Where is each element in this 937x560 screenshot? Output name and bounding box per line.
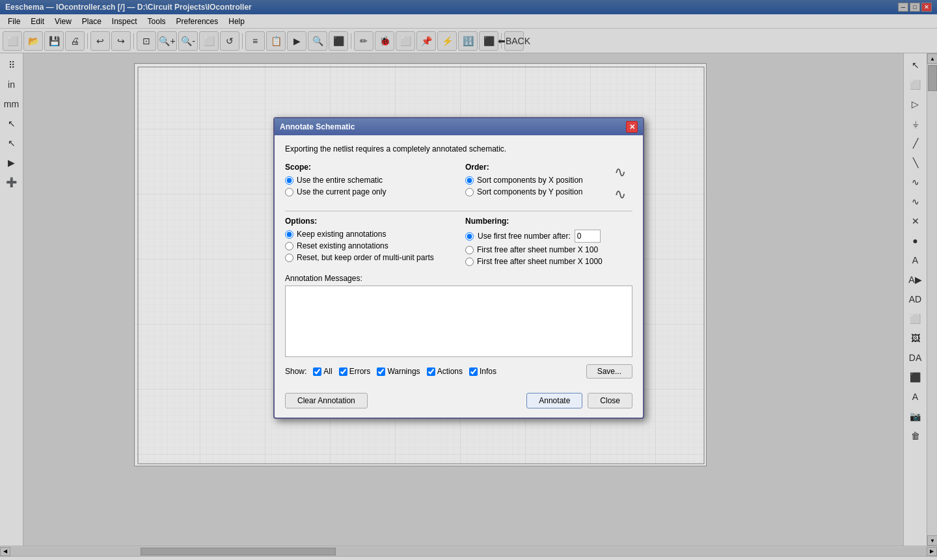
order-x-radio[interactable] — [465, 176, 474, 185]
x-order-icon: ∿ — [613, 163, 632, 181]
show-errors-label: Errors — [349, 367, 371, 376]
option-reset-keep-radio[interactable] — [285, 254, 293, 262]
order-y-label: Sort components by Y position — [477, 187, 582, 196]
option-keep[interactable]: Keep existing annotations — [285, 230, 452, 239]
order-x-label: Sort components by X position — [477, 176, 583, 185]
order-y-radio[interactable] — [465, 188, 474, 196]
svg-text:∿: ∿ — [614, 186, 626, 202]
numbering-radio-group: Use first free number after: First free … — [465, 230, 632, 266]
order-icons: ∿ ∿ — [606, 163, 632, 203]
scope-current[interactable]: Use the current page only — [285, 187, 452, 196]
show-label: Show: — [285, 367, 306, 376]
svg-text:∿: ∿ — [614, 164, 626, 180]
numbering-x1000[interactable]: First free after sheet number X 1000 — [465, 257, 632, 266]
scope-radio-group: Use the entire schematic Use the current… — [285, 176, 452, 196]
show-all-label: All — [323, 367, 332, 376]
dialog-body: Exporting the netlist requires a complet… — [275, 135, 643, 388]
order-x[interactable]: Sort components by X position — [465, 176, 601, 185]
dialog-footer: Clear Annotation Annotate Close — [275, 388, 643, 418]
show-actions-label: Actions — [437, 367, 463, 376]
show-warnings-label: Warnings — [387, 367, 420, 376]
scope-order-section: Scope: Use the entire schematic Use the … — [285, 163, 632, 203]
show-infos-label: Infos — [480, 367, 496, 376]
numbering-x100[interactable]: First free after sheet number X 100 — [465, 245, 632, 254]
numbering-value-input[interactable] — [575, 230, 601, 243]
order-label: Order: — [465, 163, 601, 172]
scope-current-radio[interactable] — [285, 188, 293, 196]
dialog-titlebar: Annotate Schematic ✕ — [275, 118, 643, 135]
numbering-x1000-label: First free after sheet number X 1000 — [477, 257, 603, 266]
numbering-first-free-radio[interactable] — [465, 232, 474, 241]
show-actions-checkbox[interactable] — [427, 367, 435, 376]
scope-label: Scope: — [285, 163, 452, 172]
annotation-messages-textarea[interactable] — [285, 286, 632, 357]
close-button[interactable]: Close — [588, 393, 632, 408]
dialog-message: Exporting the netlist requires a complet… — [285, 144, 632, 153]
numbering-x100-label: First free after sheet number X 100 — [477, 245, 598, 254]
scope-current-label: Use the current page only — [297, 187, 386, 196]
y-order-icon: ∿ — [613, 185, 632, 203]
options-radio-group: Keep existing annotations Reset existing… — [285, 230, 452, 262]
show-warnings-checkbox[interactable] — [377, 367, 385, 376]
scope-entire[interactable]: Use the entire schematic — [285, 176, 452, 185]
order-y[interactable]: Sort components by Y position — [465, 187, 601, 196]
option-reset-keep[interactable]: Reset, but keep order of multi-unit part… — [285, 253, 452, 262]
numbering-first-free-label: Use first free number after: — [478, 232, 571, 241]
option-reset[interactable]: Reset existing annotations — [285, 241, 452, 250]
order-radio-group: Sort components by X position Sort compo… — [465, 176, 601, 196]
annotate-button[interactable]: Annotate — [526, 393, 582, 408]
options-col: Options: Keep existing annotations Reset… — [285, 217, 452, 266]
divider-1 — [285, 211, 632, 211]
dialog-title: Annotate Schematic — [280, 122, 355, 131]
show-warnings[interactable]: Warnings — [377, 367, 420, 376]
dialog-close-button[interactable]: ✕ — [626, 121, 638, 133]
option-reset-radio[interactable] — [285, 242, 293, 250]
order-col: Order: Sort components by X position Sor… — [465, 163, 632, 203]
numbering-x100-radio[interactable] — [465, 246, 474, 254]
show-errors-checkbox[interactable] — [339, 367, 347, 376]
option-reset-keep-label: Reset, but keep order of multi-unit part… — [297, 253, 434, 262]
numbering-x1000-radio[interactable] — [465, 258, 474, 266]
option-keep-label: Keep existing annotations — [297, 230, 386, 239]
show-bar: Show: All Errors Warnings Actions — [285, 364, 632, 379]
save-messages-button[interactable]: Save... — [586, 364, 632, 379]
option-keep-radio[interactable] — [285, 230, 293, 239]
show-all[interactable]: All — [313, 367, 332, 376]
show-infos[interactable]: Infos — [469, 367, 496, 376]
show-infos-checkbox[interactable] — [469, 367, 478, 376]
show-actions[interactable]: Actions — [427, 367, 463, 376]
clear-annotation-button[interactable]: Clear Annotation — [285, 393, 368, 408]
annotation-messages-label: Annotation Messages: — [285, 274, 632, 283]
annotation-messages-section: Annotation Messages: — [285, 274, 632, 359]
numbering-col: Numbering: Use first free number after: … — [465, 217, 632, 266]
show-all-checkbox[interactable] — [313, 367, 321, 376]
options-label: Options: — [285, 217, 452, 226]
modal-overlay: Annotate Schematic ✕ Exporting the netli… — [0, 0, 937, 560]
scope-entire-radio[interactable] — [285, 176, 293, 185]
numbering-first-free[interactable]: Use first free number after: — [465, 230, 632, 243]
options-numbering-section: Options: Keep existing annotations Reset… — [285, 217, 632, 266]
option-reset-label: Reset existing annotations — [297, 241, 388, 250]
scope-col: Scope: Use the entire schematic Use the … — [285, 163, 452, 203]
scope-entire-label: Use the entire schematic — [297, 176, 383, 185]
show-errors[interactable]: Errors — [339, 367, 371, 376]
annotate-dialog: Annotate Schematic ✕ Exporting the netli… — [273, 117, 644, 419]
numbering-label: Numbering: — [465, 217, 632, 226]
